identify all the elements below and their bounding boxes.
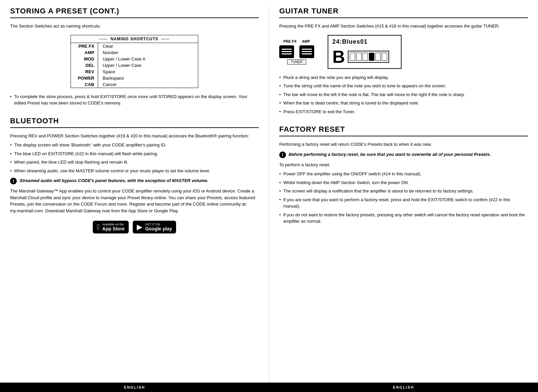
- line1: [282, 49, 292, 50]
- shortcut-row: AMPNumber: [71, 49, 198, 56]
- factory-reset-warning-box: ! Before performing a factory reset, be …: [279, 151, 528, 158]
- storing-preset-title: STORING A PRESET (CONT.): [10, 7, 259, 18]
- line1: [302, 49, 312, 50]
- app-store-name: App Store: [102, 226, 125, 231]
- switch-labels: PRE FX AMP: [283, 39, 310, 43]
- shortcut-row: PRE FXClear: [71, 43, 198, 49]
- storing-bullet-list: To complete the store process, press & h…: [10, 93, 259, 106]
- tuner-display-preset: 24:Blues01: [332, 38, 397, 45]
- footer: ENGLISH ENGLISH: [0, 383, 538, 392]
- storing-preset-intro: The Section Switches act as naming short…: [10, 23, 259, 30]
- google-play-name: Google play: [145, 226, 172, 231]
- tuner-bullet-item: When the bar is dead centre, that string…: [279, 100, 528, 106]
- bluetooth-bullets: The display screen will show 'Bluetooth:…: [10, 142, 259, 174]
- factory-reset-section: FACTORY RESET Performing a factory reset…: [279, 125, 528, 225]
- pre-fx-label: PRE FX: [283, 39, 297, 43]
- warning-icon: !: [10, 178, 17, 184]
- amp-switch: [299, 45, 314, 58]
- right-column: GUITAR TUNER Pressing the PRE FX and AMP…: [269, 7, 528, 383]
- bluetooth-intro: Pressing REV and POWER Section Switches …: [10, 133, 259, 139]
- shortcut-key: AMP: [71, 49, 98, 56]
- bluetooth-bullet-item: When paired, the blue LED will stop flas…: [10, 159, 259, 166]
- shortcut-row: DELUpper / Lower Case: [71, 62, 198, 69]
- tuner-bullet-item: Press EXIT/STORE to exit the Tuner.: [279, 108, 528, 115]
- factory-bullets: Power OFF the amplifier using the ON/OFF…: [279, 171, 528, 225]
- shortcut-row: MODUpper / Lower Case A: [71, 56, 198, 62]
- tuner-bullet-item: Tune the string until the name of the no…: [279, 83, 528, 89]
- left-column: STORING A PRESET (CONT.) The Section Swi…: [10, 7, 269, 383]
- guitar-tuner-title: GUITAR TUNER: [279, 7, 528, 18]
- naming-shortcuts-container: NAMING SHORTCUTS PRE FXClearAMPNumberMOD…: [71, 35, 198, 88]
- factory-bullet-item: The screen will display a notification t…: [279, 188, 528, 194]
- tuner-bullet-item: Pluck a string and the note you are play…: [279, 74, 528, 81]
- gateway-text: The Marshall Gateway™ App enables you to…: [10, 188, 259, 214]
- amp-lines: [302, 49, 312, 54]
- factory-bullet-item: If you are sure that you want to perform…: [279, 197, 528, 210]
- tuner-label: TUNER: [287, 59, 306, 64]
- tuner-display-bottom: B: [332, 48, 397, 66]
- tuner-display: 24:Blues01 B: [328, 35, 402, 69]
- bar-seg-1: [350, 53, 355, 61]
- shortcut-value: Backspace: [98, 75, 198, 81]
- amp-label: AMP: [302, 39, 310, 43]
- footer-right-label: ENGLISH: [393, 385, 414, 389]
- shortcut-value: Cancel: [98, 81, 198, 88]
- guitar-tuner-intro: Pressing the PRE FX and AMP Section Swit…: [279, 23, 528, 30]
- shortcut-key: PRE FX: [71, 43, 98, 49]
- bluetooth-title: BLUETOOTH: [10, 117, 259, 128]
- bluetooth-bullet-item: The display screen will show 'Bluetooth:…: [10, 142, 259, 148]
- pre-fx-switch: [279, 45, 294, 58]
- shortcut-key: DEL: [71, 62, 98, 69]
- bar-seg-6: [382, 53, 387, 61]
- tuner-note-letter: B: [332, 48, 345, 66]
- apple-icon: : [97, 223, 99, 231]
- shortcut-value: Number: [98, 49, 198, 56]
- factory-warning-icon: !: [279, 151, 286, 158]
- bluetooth-bullet-item: When streaming audio, use the MASTER vol…: [10, 168, 259, 174]
- line3: [302, 53, 312, 54]
- app-store-label: Available on the: [102, 223, 125, 226]
- shortcut-key: REV: [71, 69, 98, 75]
- factory-bullet-item: Power OFF the amplifier using the ON/OFF…: [279, 171, 528, 177]
- footer-left-label: ENGLISH: [124, 385, 145, 389]
- tuner-bullets: Pluck a string and the note you are play…: [279, 74, 528, 115]
- storing-bullet-item: To complete the store process, press & h…: [10, 93, 259, 106]
- bluetooth-bullet-item: The blue LED on EXIT/STORE (#22 in this …: [10, 150, 259, 157]
- shortcut-key: POWER: [71, 75, 98, 81]
- shortcut-value: Upper / Lower Case A: [98, 56, 198, 62]
- factory-bullet-item: Whilst holding down the AMP Section Swit…: [279, 179, 528, 186]
- google-play-badge[interactable]: ▶ GET IT ON Google play: [133, 221, 176, 233]
- bluetooth-warning-box: ! Streamed audio will bypass CODE's pane…: [10, 177, 259, 184]
- shortcut-key: MOD: [71, 56, 98, 62]
- shortcuts-table: PRE FXClearAMPNumberMODUpper / Lower Cas…: [71, 43, 198, 88]
- factory-perform-label: To perform a factory reset:: [279, 162, 528, 168]
- app-store-text: Available on the App Store: [102, 223, 125, 231]
- tuner-diagram: PRE FX AMP: [279, 35, 528, 69]
- tuner-bullet-item: The bar will move to the left if the not…: [279, 91, 528, 98]
- shortcut-key: CAB: [71, 81, 98, 88]
- tuner-bar: [348, 51, 389, 63]
- shortcut-value: Clear: [98, 43, 198, 49]
- guitar-tuner-section: GUITAR TUNER Pressing the PRE FX and AMP…: [279, 7, 528, 115]
- switches-row: [279, 45, 314, 58]
- line2: [282, 51, 292, 52]
- google-play-icon: ▶: [137, 223, 142, 231]
- naming-shortcuts-title: NAMING SHORTCUTS: [71, 35, 198, 43]
- factory-reset-title: FACTORY RESET: [279, 125, 528, 136]
- factory-reset-intro: Performing a factory reset will return C…: [279, 141, 528, 148]
- app-badges:  Available on the App Store ▶ GET IT ON…: [10, 221, 259, 233]
- tuner-switches: PRE FX AMP: [279, 39, 314, 64]
- shortcut-row: REVSpace: [71, 69, 198, 75]
- bluetooth-section: BLUETOOTH Pressing REV and POWER Section…: [10, 117, 259, 234]
- bar-seg-4: [369, 53, 374, 61]
- bluetooth-warning-text: Streamed audio will bypass CODE's panel …: [19, 177, 208, 184]
- bar-seg-2: [356, 53, 362, 61]
- storing-bullet-text: To complete the store process, press & h…: [14, 94, 247, 106]
- shortcut-row: POWERBackspace: [71, 75, 198, 81]
- google-play-label: GET IT ON: [145, 223, 172, 226]
- line3: [282, 53, 292, 54]
- pre-fx-lines: [282, 49, 292, 54]
- factory-reset-warning-text: Before performing a factory reset, be su…: [289, 151, 491, 158]
- app-store-badge[interactable]:  Available on the App Store: [93, 221, 129, 233]
- storing-preset-section: STORING A PRESET (CONT.) The Section Swi…: [10, 7, 259, 106]
